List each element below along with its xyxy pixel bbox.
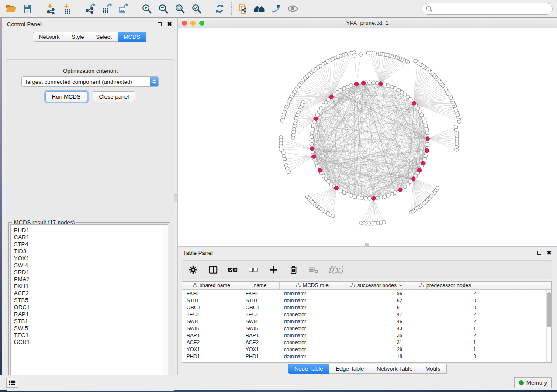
- cell-successor-nodes[interactable]: 35: [345, 332, 408, 339]
- table-row[interactable]: PHD1 PHD1 dominator 18 0: [182, 353, 551, 360]
- cell-name[interactable]: TEC1: [241, 311, 280, 318]
- mcds-result-list[interactable]: PHD1 CAR1 STP4 TID3 YOX1 SWI4 SRD1 PMA2: [10, 224, 168, 382]
- cell-shared-name[interactable]: RAP1: [182, 332, 241, 339]
- close-table-panel-icon[interactable]: ✖: [547, 251, 552, 255]
- float-table-panel-icon[interactable]: [537, 251, 541, 255]
- cell-successor-nodes[interactable]: 31: [345, 339, 408, 346]
- close-panel-button[interactable]: Close panel: [93, 91, 136, 102]
- cell-mcds-role[interactable]: connector: [280, 311, 345, 318]
- clone-network-icon[interactable]: [236, 2, 250, 16]
- cell-mcds-role[interactable]: dominator: [280, 290, 345, 297]
- criterion-dropdown[interactable]: largest connected component (undirected): [21, 76, 159, 87]
- cell-successor-nodes[interactable]: 61: [345, 304, 408, 311]
- cell-mcds-role[interactable]: dominator: [280, 318, 345, 325]
- table-tab[interactable]: Motifs: [419, 364, 447, 374]
- table-settings-gear-icon[interactable]: [187, 264, 199, 275]
- vertical-splitter-grip[interactable]: [174, 194, 177, 202]
- cell-successor-nodes[interactable]: 29: [345, 346, 408, 353]
- cell-successor-nodes[interactable]: 96: [345, 290, 408, 297]
- table-row[interactable]: YOX1 YOX1 connector 29 1: [182, 346, 551, 353]
- export-network-icon[interactable]: [83, 2, 97, 16]
- cell-shared-name[interactable]: YOX1: [182, 346, 241, 353]
- mcds-result-item[interactable]: FKH1: [14, 283, 168, 290]
- table-tab[interactable]: Node Table: [288, 364, 330, 374]
- cell-successor-nodes[interactable]: 62: [345, 297, 408, 304]
- mcds-result-item[interactable]: YOX1: [14, 255, 168, 262]
- cell-predecessor-nodes[interactable]: 1: [408, 325, 482, 332]
- mcds-result-item[interactable]: ACE2: [14, 290, 168, 297]
- import-table-icon[interactable]: [60, 2, 74, 16]
- table-row[interactable]: ORC1 ORC1 dominator 61 0: [182, 304, 551, 311]
- cell-shared-name[interactable]: SWI5: [182, 325, 241, 332]
- mcds-result-item[interactable]: SWI4: [14, 262, 168, 269]
- mcds-result-item[interactable]: CAR1: [14, 234, 168, 241]
- select-all-columns-icon[interactable]: [228, 264, 239, 275]
- table-tab[interactable]: Network Table: [370, 364, 419, 374]
- mcds-result-item[interactable]: STB1: [14, 318, 168, 325]
- export-table-icon[interactable]: [100, 2, 114, 16]
- cell-mcds-role[interactable]: connector: [280, 339, 345, 346]
- zoom-out-icon[interactable]: [156, 2, 170, 16]
- zoom-selected-icon[interactable]: [190, 2, 204, 16]
- cell-predecessor-nodes[interactable]: 0: [408, 304, 482, 311]
- close-panel-icon[interactable]: ✖: [167, 22, 172, 26]
- cell-shared-name[interactable]: TEC1: [182, 311, 241, 318]
- add-column-icon[interactable]: [268, 264, 279, 275]
- table-scrollbar[interactable]: [546, 290, 551, 362]
- cell-shared-name[interactable]: FKH1: [182, 290, 241, 297]
- control-panel-tab[interactable]: Network: [33, 32, 66, 42]
- cell-successor-nodes[interactable]: 46: [345, 318, 408, 325]
- cell-mcds-role[interactable]: dominator: [280, 353, 345, 360]
- mcds-result-item[interactable]: SWI5: [14, 325, 168, 332]
- cell-successor-nodes[interactable]: 43: [345, 325, 408, 332]
- table-row[interactable]: SWI5 SWI5 connector 43 1: [182, 325, 551, 332]
- search-input[interactable]: [435, 6, 548, 12]
- cell-name[interactable]: YOX1: [241, 346, 280, 353]
- cell-successor-nodes[interactable]: 18: [345, 353, 408, 360]
- mcds-result-item[interactable]: TEC1: [14, 332, 168, 339]
- show-hide-eye-icon[interactable]: [286, 2, 300, 16]
- refresh-view-icon[interactable]: [213, 2, 227, 16]
- horizontal-splitter-grip[interactable]: [365, 243, 369, 246]
- run-mcds-button[interactable]: Run MCDS: [45, 91, 87, 102]
- cell-successor-nodes[interactable]: 47: [345, 311, 408, 318]
- column-header-successor-nodes[interactable]: successor nodes: [345, 282, 408, 289]
- mcds-result-item[interactable]: SRD1: [14, 269, 168, 276]
- mcds-list-scrollbar[interactable]: [163, 225, 168, 382]
- cell-shared-name[interactable]: SWI4: [182, 318, 241, 325]
- cell-shared-name[interactable]: PHD1: [182, 353, 241, 360]
- cell-name[interactable]: SWI5: [241, 325, 280, 332]
- cell-mcds-role[interactable]: connector: [280, 325, 345, 332]
- table-row[interactable]: TEC1 TEC1 connector 47 2: [182, 311, 551, 318]
- mcds-result-item[interactable]: ORC1: [14, 304, 168, 311]
- cell-predecessor-nodes[interactable]: 2: [408, 318, 482, 325]
- float-panel-icon[interactable]: [158, 22, 162, 26]
- cell-predecessor-nodes[interactable]: 2: [408, 332, 482, 339]
- control-panel-tab[interactable]: MCDS: [118, 32, 146, 42]
- import-network-icon[interactable]: [44, 2, 58, 16]
- cell-mcds-role[interactable]: dominator: [280, 297, 345, 304]
- cell-mcds-role[interactable]: dominator: [280, 304, 345, 311]
- table-row[interactable]: RAP1 RAP1 dominator 35 2: [182, 332, 551, 339]
- split-panel-icon[interactable]: [208, 264, 219, 275]
- export-image-icon[interactable]: [117, 2, 131, 16]
- zoom-fit-icon[interactable]: [173, 2, 187, 16]
- mcds-result-item[interactable]: RAP1: [14, 311, 168, 318]
- cell-predecessor-nodes[interactable]: 0: [408, 297, 482, 304]
- open-file-icon[interactable]: [4, 2, 18, 16]
- cell-name[interactable]: ACE2: [241, 339, 280, 346]
- mcds-result-item[interactable]: STP4: [14, 241, 168, 248]
- network-canvas[interactable]: [178, 28, 557, 245]
- column-header-name[interactable]: name: [241, 282, 280, 289]
- cell-shared-name[interactable]: ACE2: [182, 339, 241, 346]
- memory-button[interactable]: Memory: [514, 377, 552, 388]
- cell-shared-name[interactable]: STB1: [182, 297, 241, 304]
- cell-name[interactable]: FKH1: [241, 290, 280, 297]
- cell-name[interactable]: ORC1: [241, 304, 280, 311]
- cell-shared-name[interactable]: ORC1: [182, 304, 241, 311]
- mcds-result-item[interactable]: STB5: [14, 297, 168, 304]
- control-panel-tab[interactable]: Select: [90, 32, 118, 42]
- deselect-all-columns-icon[interactable]: [248, 264, 259, 275]
- cell-name[interactable]: PHD1: [241, 353, 280, 360]
- cell-predecessor-nodes[interactable]: 2: [408, 290, 482, 297]
